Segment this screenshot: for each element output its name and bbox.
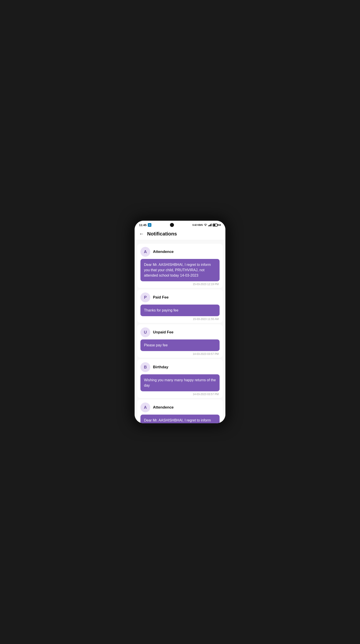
battery-level: 68 bbox=[218, 224, 221, 226]
notification-avatar-3: U bbox=[140, 327, 150, 337]
back-button[interactable]: ← bbox=[139, 231, 144, 237]
status-time: 11:45 bbox=[139, 224, 146, 227]
notification-type-5: Attendence bbox=[153, 405, 174, 410]
page-title: Notifications bbox=[147, 231, 177, 237]
notification-header-2: P Paid Fee bbox=[140, 292, 220, 302]
svg-rect-2 bbox=[210, 224, 211, 226]
notification-type-3: Unpaid Fee bbox=[153, 330, 174, 334]
notification-type-4: Birthday bbox=[153, 365, 168, 370]
phone-frame: 11:45 in 0.42 KB/S bbox=[132, 218, 228, 426]
notification-header-3: U Unpaid Fee bbox=[140, 327, 220, 337]
phone-screen: 11:45 in 0.42 KB/S bbox=[134, 221, 226, 423]
notification-bubble-4: Wishing you many many happy returns of t… bbox=[140, 374, 220, 391]
status-left: 11:45 in bbox=[139, 223, 152, 227]
notification-avatar-5: A bbox=[140, 402, 150, 412]
status-bar: 11:45 in 0.42 KB/S bbox=[134, 221, 226, 228]
notification-bubble-5: Dear Mr. AASHISHBHAI, I regret to inform… bbox=[140, 414, 220, 423]
svg-rect-1 bbox=[209, 225, 210, 226]
svg-rect-0 bbox=[208, 226, 209, 226]
notification-timestamp-2: 15-03-2023 11:55 AM bbox=[140, 318, 220, 321]
notification-item-3: U Unpaid Fee Please pay fee 14-03-2023 0… bbox=[137, 324, 223, 358]
notification-timestamp-1: 15-03-2023 12:19 PM bbox=[140, 283, 220, 286]
notification-header-5: A Attendence bbox=[140, 402, 220, 412]
battery-icon bbox=[213, 224, 218, 226]
notification-avatar-4: B bbox=[140, 362, 150, 372]
notification-type-1: Attendence bbox=[153, 250, 174, 254]
notification-bubble-2: Thanks for paying fee bbox=[140, 304, 220, 316]
notification-timestamp-4: 14-03-2023 03:57 PM bbox=[140, 393, 220, 396]
notification-item-2: P Paid Fee Thanks for paying fee 15-03-2… bbox=[137, 289, 223, 323]
notification-header-4: B Birthday bbox=[140, 362, 220, 372]
app-header: ← Notifications bbox=[134, 228, 226, 240]
wifi-icon bbox=[204, 224, 207, 226]
svg-rect-3 bbox=[211, 224, 212, 226]
camera-notch bbox=[170, 223, 174, 227]
notification-timestamp-3: 14-03-2023 03:57 PM bbox=[140, 352, 220, 356]
notification-bubble-3: Please pay fee bbox=[140, 340, 220, 351]
notification-bubble-1: Dear Mr. AASHISHBHAI, I regret to inform… bbox=[140, 259, 220, 281]
status-right: 0.42 KB/S 68 bbox=[192, 224, 221, 226]
notification-item-1: A Attendence Dear Mr. AASHISHBHAI, I reg… bbox=[137, 244, 223, 288]
notification-item-4: B Birthday Wishing you many many happy r… bbox=[137, 359, 223, 398]
linkedin-icon: in bbox=[148, 223, 152, 227]
notification-avatar-1: A bbox=[140, 247, 150, 257]
notifications-list: A Attendence Dear Mr. AASHISHBHAI, I reg… bbox=[134, 240, 226, 423]
notification-header-1: A Attendence bbox=[140, 247, 220, 257]
notification-avatar-2: P bbox=[140, 292, 150, 302]
notification-item-5: A Attendence Dear Mr. AASHISHBHAI, I reg… bbox=[137, 399, 223, 423]
signal-icon bbox=[208, 224, 212, 226]
network-speed: 0.42 KB/S bbox=[192, 224, 203, 226]
notification-type-2: Paid Fee bbox=[153, 295, 168, 300]
